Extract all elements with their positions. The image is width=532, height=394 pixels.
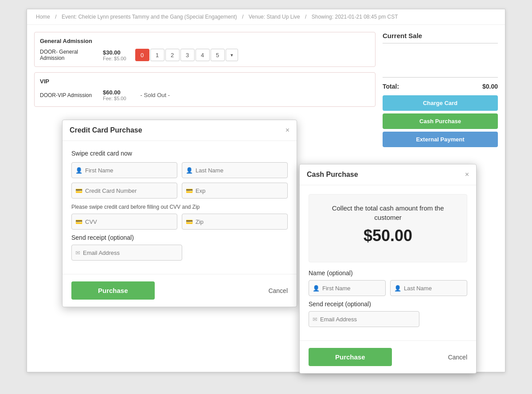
sale-total-value: $0.00 [482, 83, 498, 90]
cvv-hint: Please swipe credit card before filling … [71, 204, 288, 210]
cash-purchase-button[interactable]: Purchase [309, 348, 392, 366]
vip-category: VIP DOOR-VIP Admission $60.00 Fee: $5.00… [34, 72, 376, 107]
cash-last-name-field: 👤 [390, 280, 467, 296]
qty-btn-0[interactable]: 0 [135, 49, 149, 61]
email-field-cash: ✉ [309, 311, 419, 327]
swipe-label: Swipe credit card now [71, 150, 288, 157]
cc-modal-footer: Purchase Cancel [63, 274, 297, 307]
general-admission-row: DOOR- General Admission $30.00 Fee: $5.0… [40, 49, 370, 61]
card-icon-cvv: 💳 [75, 218, 82, 225]
receipt-label-cc: Send receipt (optional) [71, 234, 288, 241]
envelope-icon-cash: ✉ [313, 316, 317, 323]
sale-divider-bottom [383, 77, 498, 78]
name-row: 👤 👤 [71, 162, 288, 178]
cash-collect-text: Collect the total cash amount from the c… [318, 203, 458, 222]
qty-btn-3[interactable]: 3 [180, 49, 195, 61]
exp-input[interactable] [196, 187, 284, 194]
card-row: 💳 💳 [71, 183, 288, 199]
receipt-label-cash: Send receipt (optional) [309, 300, 467, 308]
envelope-icon-cc: ✉ [75, 250, 80, 256]
cash-first-name-input[interactable] [322, 285, 382, 292]
cash-cancel-button[interactable]: Cancel [448, 354, 467, 361]
sale-title: Current Sale [383, 32, 498, 39]
cvv-field: 💳 [71, 214, 177, 230]
cc-modal-title: Credit Card Purchase [70, 126, 142, 134]
person-icon-cash-last: 👤 [394, 285, 401, 292]
vip-name: DOOR-VIP Admission [40, 92, 98, 98]
cash-modal-header: Cash Purchase × [300, 164, 476, 185]
cvv-zip-row: 💳 💳 [71, 214, 288, 230]
general-admission-category: General Admission DOOR- General Admissio… [34, 32, 376, 67]
last-name-field: 👤 [182, 162, 288, 178]
sale-divider-top [383, 43, 498, 43]
breadcrumb-event[interactable]: Event: Chelcie Lynn presents Tammy and t… [62, 14, 237, 20]
breadcrumb: Home / Event: Chelcie Lynn presents Tamm… [27, 9, 505, 25]
external-payment-button[interactable]: External Payment [383, 132, 498, 147]
email-field-cc: ✉ [71, 245, 182, 261]
cash-modal-footer: Purchase Cancel [300, 340, 476, 373]
cash-modal-body: Collect the total cash amount from the c… [300, 185, 476, 340]
cash-purchase-modal: Cash Purchase × Collect the total cash a… [299, 164, 477, 374]
zip-input[interactable] [196, 218, 284, 225]
cash-modal-title: Cash Purchase [307, 171, 358, 179]
breadcrumb-home[interactable]: Home [36, 14, 50, 20]
qty-btn-5[interactable]: 5 [211, 49, 225, 61]
person-icon-first: 👤 [75, 167, 82, 174]
cash-first-name-field: 👤 [309, 280, 386, 296]
cc-modal-header: Credit Card Purchase × [63, 120, 297, 141]
card-number-input[interactable] [85, 187, 173, 194]
breadcrumb-venue[interactable]: Venue: Stand Up Live [249, 14, 300, 20]
cvv-input[interactable] [85, 218, 173, 225]
cash-modal-close[interactable]: × [465, 171, 469, 179]
first-name-field: 👤 [71, 162, 177, 178]
sold-out-label: - Sold Out - [141, 92, 170, 98]
cc-modal-body: Swipe credit card now 👤 👤 💳 💳 [63, 141, 297, 274]
credit-card-modal: Credit Card Purchase × Swipe credit card… [62, 120, 297, 307]
card-icon-number: 💳 [75, 187, 82, 194]
sale-section: Current Sale Total: $0.00 Charge Card Ca… [383, 32, 498, 150]
card-icon-zip: 💳 [186, 218, 193, 225]
general-admission-title: General Admission [40, 38, 370, 44]
breadcrumb-sep2: / [242, 14, 243, 20]
qty-dropdown[interactable]: ▾ [226, 49, 238, 61]
general-admission-pricing: $30.00 Fee: $5.00 [103, 49, 126, 61]
first-name-input[interactable] [85, 167, 173, 174]
charge-card-button[interactable]: Charge Card [383, 95, 498, 111]
cash-purchase-button[interactable]: Cash Purchase [383, 113, 498, 129]
general-admission-name: DOOR- General Admission [40, 49, 98, 61]
qty-btn-2[interactable]: 2 [165, 49, 180, 61]
last-name-input[interactable] [196, 167, 284, 174]
cash-name-row: 👤 👤 [309, 280, 467, 296]
qty-btn-4[interactable]: 4 [196, 49, 210, 61]
breadcrumb-showing: Showing: 2021-01-21 08:45 pm CST [312, 14, 398, 20]
card-icon-exp: 💳 [186, 187, 193, 194]
email-row-cash: ✉ [309, 311, 467, 327]
person-icon-cash-first: 👤 [313, 285, 320, 292]
cc-modal-close[interactable]: × [286, 126, 289, 134]
email-input-cash[interactable] [320, 316, 415, 323]
cc-purchase-button[interactable]: Purchase [71, 281, 155, 300]
email-row-cc: ✉ [71, 245, 288, 261]
vip-row: DOOR-VIP Admission $60.00 Fee: $5.00 - S… [40, 89, 370, 101]
qty-buttons: 0 1 2 3 4 5 ▾ [135, 49, 238, 61]
email-input-cc[interactable] [83, 250, 178, 256]
zip-field: 💳 [182, 214, 288, 230]
name-optional-label: Name (optional) [309, 269, 467, 277]
sale-total-label: Total: [383, 83, 399, 90]
sale-total-row: Total: $0.00 [383, 83, 498, 90]
qty-btn-1[interactable]: 1 [150, 49, 164, 61]
cash-amount: $50.00 [318, 226, 458, 245]
breadcrumb-sep3: / [305, 14, 306, 20]
vip-title: VIP [40, 78, 370, 85]
cc-cancel-button[interactable]: Cancel [268, 287, 288, 294]
exp-field: 💳 [182, 183, 288, 199]
breadcrumb-sep1: / [55, 14, 56, 20]
card-number-field: 💳 [71, 183, 177, 199]
person-icon-last: 👤 [186, 167, 193, 174]
cash-last-name-input[interactable] [404, 285, 463, 292]
vip-pricing: $60.00 Fee: $5.00 [103, 89, 126, 101]
